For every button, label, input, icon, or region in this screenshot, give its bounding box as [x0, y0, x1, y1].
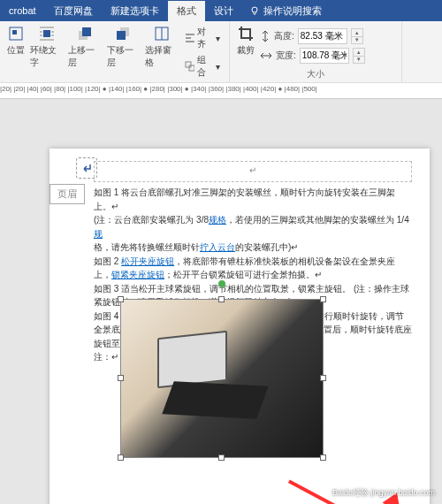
link-screw-in[interactable]: 拧入云台	[200, 242, 235, 252]
width-label: 宽度:	[276, 50, 296, 62]
tab-baidu[interactable]: 百度网盘	[45, 1, 102, 21]
align-icon	[185, 33, 194, 43]
header-return-icon	[80, 162, 93, 174]
position-button[interactable]: 位置	[7, 25, 25, 57]
height-control: 高度: ▲▼	[260, 28, 365, 44]
page-header-area[interactable]: ↵	[94, 161, 412, 182]
link-lock-clamp[interactable]: 锁紧夹座旋钮	[111, 270, 164, 279]
link-spec2[interactable]: 规	[94, 229, 103, 239]
size-group: 裁剪 高度: ▲▼ 宽度: ▲▼ 大小	[230, 21, 402, 82]
watermark: Baidu经验 jingyan.baidu.com	[332, 487, 435, 499]
backward-label: 下移一层	[107, 44, 140, 69]
svg-rect-5	[82, 27, 91, 36]
pane-icon	[153, 25, 171, 42]
horizontal-ruler[interactable]: |20| |20| |40| |60| |80| |100| |120| ● |…	[0, 83, 442, 99]
tab-acrobat[interactable]: crobat	[0, 2, 45, 19]
svg-point-0	[252, 7, 257, 12]
bring-forward-button[interactable]: 上移一层	[68, 25, 101, 69]
rotate-handle[interactable]	[218, 280, 225, 287]
crop-icon	[237, 25, 255, 42]
selection-pane-button[interactable]: 选择窗格	[145, 25, 178, 69]
chevron-down-icon: ▾	[216, 34, 220, 43]
height-spinner[interactable]: ▲▼	[351, 28, 363, 44]
wrap-text-button[interactable]: 环绕文字	[30, 25, 63, 69]
wrap-label: 环绕文字	[30, 44, 63, 69]
tab-newitem[interactable]: 新建选项卡	[102, 1, 168, 21]
lightbulb-icon	[249, 5, 260, 16]
resize-handle-b[interactable]	[218, 454, 225, 461]
link-spec[interactable]: 规格	[209, 215, 226, 225]
page: ↵ 页眉 如图 1 将云台底部螺孔对准三脚架的安装螺丝，顺时针方向旋转安装在三脚…	[50, 149, 430, 504]
laptop-photo	[121, 300, 323, 457]
size-group-label: 大小	[237, 68, 394, 80]
align-menu[interactable]: 对齐▾	[183, 25, 222, 51]
svg-rect-7	[117, 31, 126, 40]
svg-rect-10	[189, 65, 194, 71]
wrap-icon	[38, 25, 56, 42]
svg-rect-2	[12, 30, 17, 34]
forward-label: 上移一层	[68, 44, 101, 69]
tell-me-label: 操作说明搜索	[263, 4, 322, 18]
crop-button[interactable]: 裁剪	[237, 25, 255, 57]
position-icon	[7, 25, 25, 42]
height-input[interactable]	[298, 28, 347, 44]
height-label: 高度:	[274, 30, 294, 42]
inserted-image[interactable]	[120, 299, 324, 458]
resize-handle-tr[interactable]	[320, 296, 326, 302]
pane-label: 选择窗格	[145, 44, 178, 69]
ribbon-tabs: crobat 百度网盘 新建选项卡 格式 设计 操作说明搜索	[0, 0, 442, 21]
header-paragraph-mark: ↵	[95, 165, 411, 175]
spin-up[interactable]: ▲	[354, 49, 364, 57]
width-icon	[260, 50, 272, 61]
width-spinner[interactable]: ▲▼	[353, 48, 365, 64]
width-input[interactable]	[300, 48, 349, 64]
tab-design[interactable]: 设计	[205, 1, 242, 21]
group-menu[interactable]: 组合▾	[183, 53, 222, 80]
document-area: ↵ 页眉 如图 1 将云台底部螺孔对准三脚架的安装螺丝，顺时针方向旋转安装在三脚…	[0, 99, 442, 504]
para-4: 如图 2 松开夹座旋钮，将底部带有锥柱标准快装板的相机设备架设在全景夹座上，锁紧…	[94, 255, 412, 282]
para-2: (注：云台底部安装螺孔为 3/8规格，若使用的三脚架或其他脚架的安装螺丝为 1/…	[94, 213, 412, 241]
send-backward-button[interactable]: 下移一层	[107, 25, 140, 69]
position-label: 位置	[7, 44, 25, 57]
width-control: 宽度: ▲▼	[260, 48, 365, 64]
link-loosen-clamp[interactable]: 松开夹座旋钮	[121, 256, 174, 266]
chevron-down-icon: ▾	[216, 62, 220, 72]
resize-handle-r[interactable]	[320, 375, 326, 381]
svg-rect-9	[186, 62, 191, 67]
resize-handle-br[interactable]	[320, 454, 326, 461]
forward-icon	[76, 25, 94, 42]
spin-down[interactable]: ▼	[354, 57, 364, 64]
resize-handle-bl[interactable]	[118, 454, 124, 461]
tell-me-search[interactable]: 操作说明搜索	[249, 4, 322, 18]
svg-rect-3	[43, 30, 50, 37]
spin-up[interactable]: ▲	[352, 29, 362, 37]
spin-down[interactable]: ▼	[352, 37, 362, 44]
resize-handle-tl[interactable]	[118, 296, 124, 302]
arrange-group: 位置 环绕文字 上移一层 下移一层 选择窗格 对齐▾ 组合▾ 旋转▾	[0, 21, 230, 82]
backward-icon	[114, 25, 132, 42]
header-tag[interactable]: 页眉	[50, 184, 85, 204]
ribbon: 位置 环绕文字 上移一层 下移一层 选择窗格 对齐▾ 组合▾ 旋转▾	[0, 21, 442, 83]
resize-handle-l[interactable]	[118, 375, 124, 381]
height-icon	[260, 30, 271, 42]
tab-format[interactable]: 格式	[168, 1, 205, 21]
crop-label: 裁剪	[237, 44, 255, 57]
para-3: 格，请先将转换螺丝顺时针拧入云台的安装螺孔中)↵	[94, 241, 412, 255]
para-1: 如图 1 将云台底部螺孔对准三脚架的安装螺丝，顺时针方向旋转安装在三脚架上。↵	[94, 186, 412, 213]
resize-handle-t[interactable]	[218, 296, 225, 302]
group-icon	[185, 61, 194, 72]
